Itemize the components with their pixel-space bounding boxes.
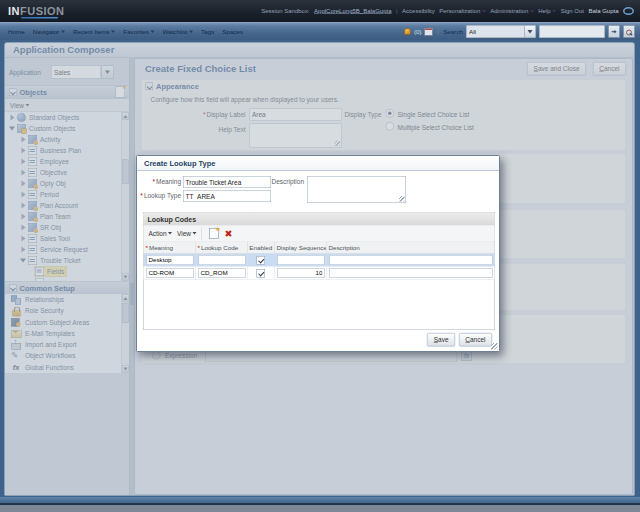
dialog-cancel-button[interactable]: Cancel: [459, 333, 492, 347]
meaning-label: *Meaning: [139, 178, 181, 186]
chevron-down-icon: [193, 232, 197, 235]
nav-favorites[interactable]: Favorites: [123, 28, 154, 35]
meaning-cell-input[interactable]: [147, 268, 194, 278]
chevron-down-icon: [524, 26, 535, 37]
dialog-save-button[interactable]: Save: [427, 333, 455, 347]
session-links: Session Sandbox: ApplCoreLong5B_BalaGupt…: [261, 0, 634, 22]
personalization-menu[interactable]: Personalization: [439, 8, 486, 15]
chevron-down-icon: [111, 30, 115, 33]
global-header: INFUSION Session Sandbox: ApplCoreLong5B…: [0, 0, 640, 22]
description-cell-input[interactable]: [330, 268, 493, 278]
search-go-button[interactable]: ➔: [608, 25, 620, 38]
lookup-type-input[interactable]: [183, 190, 271, 202]
user-name: Bala Gupta: [588, 8, 618, 15]
calendar-icon[interactable]: [425, 28, 433, 36]
table-header: *Meaning *Lookup Code Enabled Display Se…: [144, 242, 495, 254]
nav-home[interactable]: Home: [8, 28, 25, 35]
sequence-cell-input[interactable]: [278, 255, 325, 265]
nav-recent-items[interactable]: Recent Items: [73, 28, 115, 35]
chat-icon[interactable]: [623, 7, 634, 15]
logo-underline: [21, 17, 58, 19]
chevron-down-icon: [61, 30, 65, 33]
accessibility-link[interactable]: Accessibility: [402, 8, 435, 15]
chevron-down-icon: [530, 10, 534, 13]
lookup-code-cell-input[interactable]: [199, 255, 246, 265]
chevron-down-icon: [150, 30, 154, 33]
advanced-search-button[interactable]: [623, 25, 635, 38]
sequence-cell-input[interactable]: [278, 268, 325, 278]
view-menu[interactable]: View: [177, 230, 196, 238]
sandbox-link[interactable]: ApplCoreLong5B_BalaGupta: [314, 8, 391, 15]
help-menu[interactable]: Help: [538, 8, 556, 15]
alert-count: (0): [414, 28, 422, 35]
description-label: Description: [257, 178, 304, 186]
dialog-resize-grip[interactable]: [491, 343, 498, 350]
new-row-icon[interactable]: [209, 228, 219, 239]
sign-out-link[interactable]: Sign Out: [561, 8, 584, 15]
chevron-down-icon: [168, 232, 172, 235]
main-menubar: Home Navigator Recent Items Favorites Wa…: [0, 22, 640, 40]
lookup-type-label: *Lookup Type: [139, 192, 181, 200]
chevron-down-icon: [482, 10, 486, 13]
chevron-down-icon: [189, 30, 193, 33]
search-input[interactable]: [539, 25, 605, 38]
nav-tags[interactable]: Tags: [201, 28, 214, 35]
meaning-cell-input[interactable]: [147, 255, 194, 265]
chevron-down-icon: [552, 10, 556, 13]
enabled-checkbox[interactable]: [257, 256, 266, 265]
nav-spaces[interactable]: Spaces: [222, 28, 243, 35]
delete-row-icon[interactable]: ✖: [225, 228, 233, 240]
brand-logo: INFUSION: [8, 5, 65, 18]
search-label: Search: [443, 28, 463, 35]
alerts-bell-icon[interactable]: [404, 28, 411, 35]
nav-watchlist[interactable]: Watchlist: [162, 28, 193, 35]
table-row[interactable]: [144, 267, 495, 280]
resize-grip: [399, 196, 405, 202]
action-menu[interactable]: Action: [149, 230, 173, 238]
table-row[interactable]: [144, 254, 495, 267]
description-cell-input[interactable]: [330, 255, 493, 265]
lookup-codes-toolbar: Action View ✖: [144, 226, 495, 242]
enabled-checkbox[interactable]: [257, 269, 266, 278]
nav-navigator[interactable]: Navigator: [33, 28, 65, 35]
search-scope-select[interactable]: All: [466, 25, 536, 38]
dialog-title: Create Lookup Type: [137, 156, 499, 171]
lookup-codes-panel: Lookup Codes Action View ✖ *Meaning *Loo…: [143, 212, 495, 330]
description-textarea[interactable]: [307, 176, 406, 203]
administration-menu[interactable]: Administration: [490, 8, 534, 15]
lookup-codes-header: Lookup Codes: [144, 213, 495, 226]
session-sandbox-label: Session Sandbox:: [261, 8, 309, 15]
lookup-code-cell-input[interactable]: [199, 268, 246, 278]
create-lookup-type-dialog: Create Lookup Type *Meaning *Lookup Type…: [136, 155, 500, 352]
